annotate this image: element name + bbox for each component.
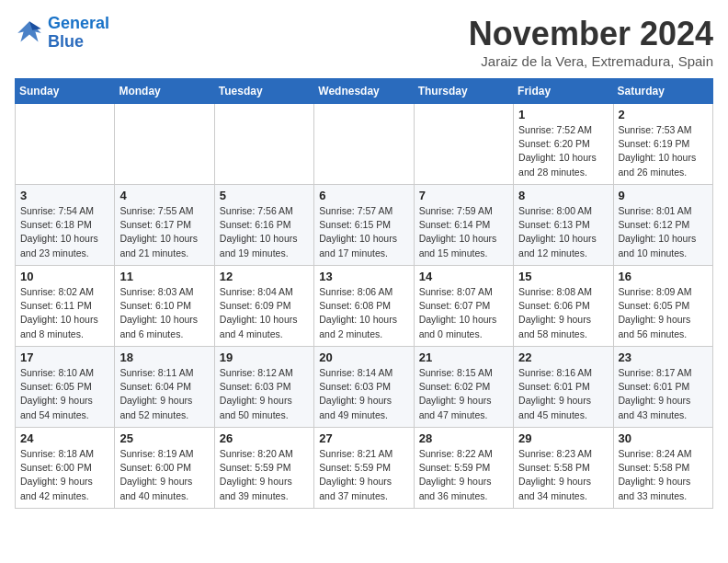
day-info: Sunrise: 7:54 AMSunset: 6:18 PMDaylight:…: [20, 204, 109, 260]
day-number: 24: [20, 431, 109, 445]
weekday-header: Saturday: [613, 79, 712, 104]
empty-day: [314, 104, 414, 185]
location: Jaraiz de la Vera, Extremadura, Spain: [469, 53, 713, 69]
empty-day: [115, 104, 214, 185]
day-info: Sunrise: 8:23 AMSunset: 5:58 PMDaylight:…: [518, 447, 608, 503]
empty-day: [214, 104, 313, 185]
logo: General Blue: [15, 15, 109, 52]
day-number: 27: [319, 431, 408, 445]
day-number: 6: [319, 189, 408, 202]
day-info: Sunrise: 7:55 AMSunset: 6:17 PMDaylight:…: [119, 204, 209, 260]
day-info: Sunrise: 8:00 AMSunset: 6:13 PMDaylight:…: [518, 204, 608, 260]
day-number: 12: [220, 270, 309, 283]
day-info: Sunrise: 8:08 AMSunset: 6:06 PMDaylight:…: [518, 285, 608, 341]
calendar-day: 5Sunrise: 7:56 AMSunset: 6:16 PMDaylight…: [214, 185, 313, 266]
day-number: 20: [319, 350, 408, 364]
calendar-day: 7Sunrise: 7:59 AMSunset: 6:14 PMDaylight…: [414, 185, 513, 266]
day-info: Sunrise: 8:17 AMSunset: 6:01 PMDaylight:…: [619, 366, 708, 422]
day-number: 7: [419, 189, 508, 202]
title-block: November 2024 Jaraiz de la Vera, Extrema…: [469, 15, 713, 69]
calendar-day: 8Sunrise: 8:00 AMSunset: 6:13 PMDaylight…: [514, 185, 613, 266]
day-number: 14: [419, 270, 508, 283]
day-info: Sunrise: 7:56 AMSunset: 6:16 PMDaylight:…: [220, 204, 309, 260]
day-number: 10: [20, 270, 109, 283]
day-info: Sunrise: 8:12 AMSunset: 6:03 PMDaylight:…: [220, 366, 309, 422]
day-number: 29: [518, 431, 608, 445]
day-info: Sunrise: 8:16 AMSunset: 6:01 PMDaylight:…: [518, 366, 608, 422]
day-info: Sunrise: 8:04 AMSunset: 6:09 PMDaylight:…: [220, 285, 309, 341]
calendar-day: 24Sunrise: 8:18 AMSunset: 6:00 PMDayligh…: [16, 428, 115, 509]
calendar-day: 13Sunrise: 8:06 AMSunset: 6:08 PMDayligh…: [314, 266, 414, 347]
day-number: 23: [619, 350, 708, 364]
day-info: Sunrise: 8:06 AMSunset: 6:08 PMDaylight:…: [319, 285, 408, 341]
day-info: Sunrise: 7:52 AMSunset: 6:20 PMDaylight:…: [518, 123, 608, 179]
calendar-day: 26Sunrise: 8:20 AMSunset: 5:59 PMDayligh…: [214, 428, 313, 509]
day-info: Sunrise: 8:14 AMSunset: 6:03 PMDaylight:…: [319, 366, 408, 422]
day-number: 9: [619, 189, 708, 202]
day-number: 22: [518, 350, 608, 364]
calendar-day: 3Sunrise: 7:54 AMSunset: 6:18 PMDaylight…: [16, 185, 115, 266]
calendar-day: 15Sunrise: 8:08 AMSunset: 6:06 PMDayligh…: [514, 266, 613, 347]
day-info: Sunrise: 8:15 AMSunset: 6:02 PMDaylight:…: [419, 366, 508, 422]
day-info: Sunrise: 7:59 AMSunset: 6:14 PMDaylight:…: [419, 204, 508, 260]
day-info: Sunrise: 7:57 AMSunset: 6:15 PMDaylight:…: [319, 204, 408, 260]
day-info: Sunrise: 8:09 AMSunset: 6:05 PMDaylight:…: [619, 285, 708, 341]
logo-text: General Blue: [48, 15, 109, 52]
day-info: Sunrise: 8:21 AMSunset: 5:59 PMDaylight:…: [319, 447, 408, 503]
calendar-day: 23Sunrise: 8:17 AMSunset: 6:01 PMDayligh…: [613, 347, 712, 428]
calendar-day: 21Sunrise: 8:15 AMSunset: 6:02 PMDayligh…: [414, 347, 513, 428]
day-number: 4: [119, 189, 209, 202]
weekday-header: Thursday: [414, 79, 513, 104]
calendar-day: 27Sunrise: 8:21 AMSunset: 5:59 PMDayligh…: [314, 428, 414, 509]
calendar-day: 1Sunrise: 7:52 AMSunset: 6:20 PMDaylight…: [514, 104, 613, 185]
day-number: 18: [119, 350, 209, 364]
weekday-header: Wednesday: [314, 79, 414, 104]
day-number: 1: [518, 108, 608, 121]
calendar-day: 4Sunrise: 7:55 AMSunset: 6:17 PMDaylight…: [115, 185, 214, 266]
calendar-day: 12Sunrise: 8:04 AMSunset: 6:09 PMDayligh…: [214, 266, 313, 347]
calendar-day: 19Sunrise: 8:12 AMSunset: 6:03 PMDayligh…: [214, 347, 313, 428]
day-number: 15: [518, 270, 608, 283]
day-number: 25: [119, 431, 209, 445]
calendar-day: 28Sunrise: 8:22 AMSunset: 5:59 PMDayligh…: [414, 428, 513, 509]
calendar-day: 25Sunrise: 8:19 AMSunset: 6:00 PMDayligh…: [115, 428, 214, 509]
calendar-day: 29Sunrise: 8:23 AMSunset: 5:58 PMDayligh…: [514, 428, 613, 509]
day-number: 19: [220, 350, 309, 364]
calendar-day: 6Sunrise: 7:57 AMSunset: 6:15 PMDaylight…: [314, 185, 414, 266]
weekday-header: Monday: [115, 79, 214, 104]
day-number: 17: [20, 350, 109, 364]
calendar-day: 22Sunrise: 8:16 AMSunset: 6:01 PMDayligh…: [514, 347, 613, 428]
day-info: Sunrise: 8:22 AMSunset: 5:59 PMDaylight:…: [419, 447, 508, 503]
day-info: Sunrise: 8:20 AMSunset: 5:59 PMDaylight:…: [220, 447, 309, 503]
day-number: 13: [319, 270, 408, 283]
weekday-header: Tuesday: [214, 79, 313, 104]
day-number: 5: [220, 189, 309, 202]
day-info: Sunrise: 8:11 AMSunset: 6:04 PMDaylight:…: [119, 366, 209, 422]
day-info: Sunrise: 8:07 AMSunset: 6:07 PMDaylight:…: [419, 285, 508, 341]
empty-day: [414, 104, 513, 185]
day-number: 8: [518, 189, 608, 202]
weekday-header: Friday: [514, 79, 613, 104]
day-info: Sunrise: 8:03 AMSunset: 6:10 PMDaylight:…: [119, 285, 209, 341]
calendar-day: 17Sunrise: 8:10 AMSunset: 6:05 PMDayligh…: [16, 347, 115, 428]
day-number: 28: [419, 431, 508, 445]
day-info: Sunrise: 8:02 AMSunset: 6:11 PMDaylight:…: [20, 285, 109, 341]
day-number: 2: [619, 108, 708, 121]
day-info: Sunrise: 7:53 AMSunset: 6:19 PMDaylight:…: [619, 123, 708, 179]
weekday-header: Sunday: [16, 79, 115, 104]
calendar-day: 14Sunrise: 8:07 AMSunset: 6:07 PMDayligh…: [414, 266, 513, 347]
calendar-day: 9Sunrise: 8:01 AMSunset: 6:12 PMDaylight…: [613, 185, 712, 266]
calendar-day: 10Sunrise: 8:02 AMSunset: 6:11 PMDayligh…: [16, 266, 115, 347]
day-number: 11: [119, 270, 209, 283]
page-header: General Blue November 2024 Jaraiz de la …: [15, 15, 713, 69]
calendar-day: 18Sunrise: 8:11 AMSunset: 6:04 PMDayligh…: [115, 347, 214, 428]
calendar-day: 2Sunrise: 7:53 AMSunset: 6:19 PMDaylight…: [613, 104, 712, 185]
day-info: Sunrise: 8:01 AMSunset: 6:12 PMDaylight:…: [619, 204, 708, 260]
calendar-day: 16Sunrise: 8:09 AMSunset: 6:05 PMDayligh…: [613, 266, 712, 347]
day-info: Sunrise: 8:24 AMSunset: 5:58 PMDaylight:…: [619, 447, 708, 503]
month-title: November 2024: [469, 15, 713, 53]
empty-day: [16, 104, 115, 185]
logo-icon: [15, 18, 44, 48]
day-info: Sunrise: 8:10 AMSunset: 6:05 PMDaylight:…: [20, 366, 109, 422]
day-number: 30: [619, 431, 708, 445]
